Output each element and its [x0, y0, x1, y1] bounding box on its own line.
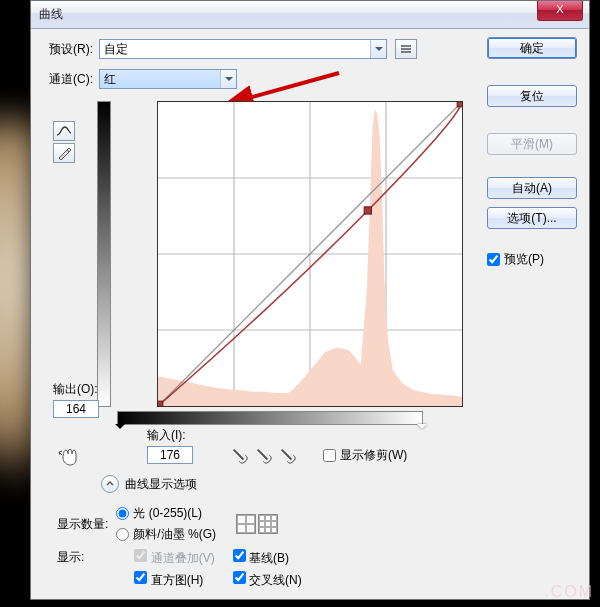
- hand-icon: [57, 444, 81, 466]
- light-radio[interactable]: 光 (0-255)(L): [116, 505, 216, 522]
- channel-overlay-checkbox: 通道叠加(V): [134, 549, 214, 567]
- preview-label: 预览(P): [504, 251, 544, 268]
- output-label: 输出(O):: [53, 381, 99, 398]
- curve-point-black[interactable]: [158, 401, 163, 406]
- baseline-checkbox[interactable]: 基线(B): [233, 549, 302, 567]
- output-block: 输出(O):: [53, 381, 99, 418]
- menu-icon: [400, 44, 412, 54]
- black-slider[interactable]: [115, 424, 125, 434]
- eyedropper-gray-icon[interactable]: [251, 443, 276, 468]
- show-clipping-checkbox[interactable]: 显示修剪(W): [323, 447, 407, 464]
- pencil-icon: [57, 146, 71, 160]
- button-column: 确定 复位 平滑(M) 自动(A) 选项(T)... 预览(P): [487, 37, 577, 268]
- grid-coarse-button[interactable]: [236, 514, 256, 534]
- show-clipping-input[interactable]: [323, 449, 336, 462]
- input-input[interactable]: [147, 446, 193, 464]
- input-gradient: [117, 411, 423, 425]
- histogram-checkbox[interactable]: 直方图(H): [134, 571, 214, 589]
- channel-label: 通道(C):: [49, 71, 93, 88]
- auto-button[interactable]: 自动(A): [487, 177, 577, 199]
- dialog-body: 预设(R): 自定 通道(C): 红: [31, 29, 589, 599]
- curve-display-options-header[interactable]: 曲线显示选项: [101, 475, 197, 493]
- pigment-radio[interactable]: 颜料/油墨 %(G): [116, 526, 216, 543]
- display-amount-label: 显示数量:: [57, 516, 108, 533]
- curve-tools: [53, 121, 77, 163]
- window-title: 曲线: [39, 6, 63, 23]
- curve-point[interactable]: [364, 207, 371, 214]
- preview-checkbox[interactable]: 预览(P): [487, 251, 577, 268]
- smooth-button: 平滑(M): [487, 133, 577, 155]
- preset-menu-button[interactable]: [395, 39, 417, 59]
- target-adjust-tool[interactable]: [57, 444, 81, 471]
- ok-button[interactable]: 确定: [487, 37, 577, 59]
- collapse-icon[interactable]: [101, 475, 119, 493]
- input-block: 输入(I):: [147, 427, 193, 464]
- white-slider[interactable]: [417, 424, 427, 434]
- curve-point-white[interactable]: [457, 102, 462, 107]
- output-gradient: [97, 101, 111, 407]
- curve-icon: [56, 125, 72, 137]
- curves-dialog: 曲线 X 预设(R): 自定 通道(C): 红: [30, 0, 590, 600]
- curves-graph[interactable]: [157, 101, 463, 407]
- watermark: .COM: [544, 583, 594, 601]
- display-options: 显示数量: 光 (0-255)(L) 颜料/油墨 %(G) 显示: 通道叠加(V…: [57, 505, 302, 595]
- show-clipping-label: 显示修剪(W): [340, 447, 407, 464]
- preset-label: 预设(R):: [49, 41, 93, 58]
- grid-size-toggle: [236, 514, 278, 534]
- eyedropper-black-icon[interactable]: [227, 443, 252, 468]
- eyedropper-tools: [231, 447, 297, 465]
- eyedropper-white-icon[interactable]: [275, 443, 300, 468]
- input-label: 输入(I):: [147, 427, 193, 444]
- curve-display-options-label: 曲线显示选项: [125, 476, 197, 493]
- preview-check-input[interactable]: [487, 253, 500, 266]
- grid-fine-button[interactable]: [258, 514, 278, 534]
- pencil-tool[interactable]: [53, 143, 75, 163]
- display-label: 显示:: [57, 549, 84, 566]
- preset-select[interactable]: 自定: [99, 39, 387, 59]
- curve-draw-tool[interactable]: [53, 121, 75, 141]
- reset-button[interactable]: 复位: [487, 85, 577, 107]
- output-input[interactable]: [53, 400, 99, 418]
- channel-select[interactable]: 红: [99, 69, 237, 89]
- titlebar[interactable]: 曲线 X: [31, 1, 589, 29]
- close-button[interactable]: X: [537, 1, 583, 21]
- options-button[interactable]: 选项(T)...: [487, 207, 577, 229]
- intersection-checkbox[interactable]: 交叉线(N): [233, 571, 302, 589]
